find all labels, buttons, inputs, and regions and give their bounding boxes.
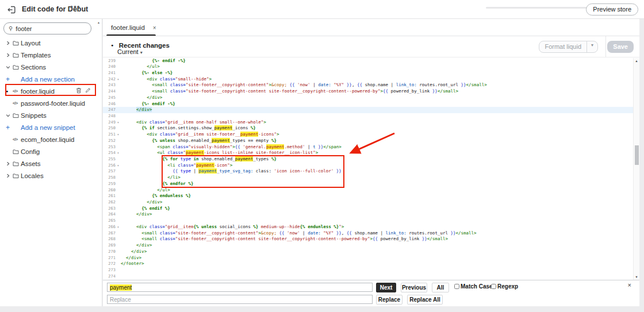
- regexp-box[interactable]: [491, 284, 496, 289]
- scrollbar-thumb[interactable]: [635, 145, 639, 165]
- code-line-259: 259 {% endfor %}: [103, 181, 633, 187]
- tab-close-icon[interactable]: ×: [153, 25, 156, 31]
- tree-item-label: Locales: [21, 172, 44, 179]
- sidebar-file-ecom-footer-liquid[interactable]: </>ecom_footer.liquid: [0, 133, 96, 145]
- tree-item-label: Add a new snippet: [21, 124, 75, 131]
- line-number: 262: [103, 199, 118, 206]
- sidebar-folder-layout[interactable]: Layout: [0, 37, 96, 49]
- find-previous-button[interactable]: Previous: [401, 283, 427, 292]
- find-all-button[interactable]: All: [432, 283, 449, 292]
- tree-item-label: Snippets: [21, 112, 47, 119]
- line-number: 244: [103, 88, 118, 95]
- fold-icon[interactable]: ▾: [117, 76, 119, 83]
- line-number: 269: [103, 242, 118, 249]
- tab-footer-liquid[interactable]: footer.liquid ×: [108, 19, 160, 36]
- code-text: <li class="payment-icon">: [118, 163, 232, 169]
- overflow-menu-icon[interactable]: •••: [70, 2, 80, 11]
- code-line-264: 264 </div>: [103, 211, 633, 218]
- fold-icon[interactable]: ▾: [117, 132, 119, 138]
- code-file-icon: </>: [13, 101, 21, 105]
- code-text: <div class="grid__item one-half small--o…: [118, 120, 266, 126]
- code-text: [118, 113, 121, 120]
- code-line-271: 271 </div>: [103, 255, 633, 261]
- code-text: </ul>: [118, 64, 160, 70]
- code-text: </div>: [118, 199, 162, 206]
- sidebar-scroll-up-arrow[interactable]: ▲: [97, 21, 100, 24]
- line-number: 253: [103, 144, 118, 151]
- search-icon: ⚲: [9, 25, 13, 32]
- sidebar-action-add-a-new-section[interactable]: +Add a new section: [0, 73, 96, 85]
- match-case-box[interactable]: [454, 284, 459, 289]
- sidebar-folder-assets[interactable]: Assets: [0, 157, 96, 170]
- sidebar-folder-snippets[interactable]: Snippets: [0, 109, 96, 121]
- find-input[interactable]: payment: [107, 283, 373, 292]
- fold-icon[interactable]: ▾: [117, 163, 119, 169]
- exit-icon[interactable]: [7, 5, 16, 14]
- line-number: 260: [103, 187, 118, 194]
- replace-button[interactable]: Replace: [376, 295, 402, 305]
- scroll-up-arrow[interactable]: ▲: [634, 59, 639, 63]
- replace-all-button[interactable]: Replace All: [407, 295, 443, 305]
- save-button[interactable]: Save: [607, 41, 634, 53]
- code-line-251: 251▾ <div class="grid__item site-footer_…: [103, 132, 633, 138]
- sidebar-folder-templates[interactable]: Templates: [0, 49, 96, 61]
- trash-icon[interactable]: [76, 87, 82, 95]
- tree-item-label: password-footer.liquid: [21, 100, 85, 107]
- fold-icon[interactable]: ▾: [117, 120, 119, 126]
- fold-icon[interactable]: ▾: [117, 224, 119, 230]
- sidebar-folder-sections[interactable]: Sections: [0, 61, 96, 73]
- pencil-icon[interactable]: [85, 87, 91, 95]
- sidebar-file-footer-liquid[interactable]: ●</>footer.liquid: [0, 85, 96, 97]
- sidebar-search-input[interactable]: ⚲ footer: [3, 22, 91, 34]
- sidebar-folder-config[interactable]: Config: [0, 145, 96, 157]
- line-number: 249▾: [103, 120, 118, 126]
- format-liquid-button[interactable]: Format liquid ▾: [539, 41, 598, 53]
- chevron-down-icon[interactable]: ▾: [586, 41, 597, 52]
- version-dropdown[interactable]: Current▾: [117, 48, 143, 55]
- chevron-right-icon: [6, 41, 13, 45]
- find-value: payment: [110, 284, 132, 291]
- code-line-242: 242▾ <div class="small--hide">: [103, 76, 633, 83]
- folder-icon: [13, 64, 21, 70]
- code-text: {%- else -%}: [118, 70, 172, 76]
- match-case-checkbox[interactable]: Match Case: [454, 283, 493, 290]
- sidebar-folder-locales[interactable]: Locales: [0, 170, 96, 182]
- tree-item-label: Config: [21, 148, 40, 155]
- code-line-247: 247 </div>: [103, 107, 633, 113]
- preview-store-button[interactable]: Preview store: [586, 3, 638, 16]
- line-number: 256▾: [103, 163, 118, 169]
- tree-item-label: Templates: [21, 52, 51, 59]
- folder-icon: [13, 40, 21, 46]
- plus-icon: +: [6, 75, 13, 83]
- fold-icon[interactable]: ▾: [117, 150, 119, 156]
- regexp-checkbox[interactable]: Regexp: [491, 283, 518, 290]
- code-editor-panel: footer.liquid × ● Recent changes Current…: [103, 19, 639, 306]
- code-text: {% endunless %}: [118, 193, 191, 199]
- code-line-255: 255 {% for type in shop.enabled_payment_…: [103, 156, 633, 163]
- find-next-button[interactable]: Next: [376, 283, 396, 292]
- line-number: 274: [103, 274, 118, 280]
- line-number: 259: [103, 181, 118, 187]
- code-text: {% for type in shop.enabled_payment_type…: [118, 156, 277, 163]
- sidebar-action-add-a-new-snippet[interactable]: +Add a new snippet: [0, 121, 96, 133]
- editor-toolbar: ● Recent changes Current▾ Format liquid …: [103, 36, 639, 57]
- code-text: <ul class="payment-icons list--inline si…: [118, 150, 318, 156]
- code-text: </div>: [118, 107, 152, 113]
- line-number: 264: [103, 211, 118, 218]
- chevron-down-icon: ▾: [140, 50, 143, 55]
- scroll-down-arrow[interactable]: ▼: [634, 275, 639, 279]
- line-number: 248: [103, 113, 118, 120]
- code-text: [118, 274, 121, 280]
- close-icon[interactable]: ×: [628, 282, 631, 288]
- editor-scrollbar[interactable]: ▲ ▼: [633, 58, 639, 280]
- sidebar-file-password-footer-liquid[interactable]: </>password-footer.liquid: [0, 97, 96, 109]
- code-line-246: 246 {%- endif -%}: [103, 101, 633, 107]
- code-line-272: 272</footer>: [103, 261, 633, 267]
- code-area[interactable]: 239 {%- endif -%}240 </ul>241 {%- else -…: [103, 58, 633, 280]
- line-number: 246: [103, 101, 118, 107]
- replace-input[interactable]: [107, 295, 373, 304]
- tree-item-label: Assets: [21, 160, 41, 167]
- code-text: {% endfor %}: [118, 181, 193, 187]
- code-line-240: 240 </ul>: [103, 64, 633, 70]
- line-number: 273: [103, 267, 118, 274]
